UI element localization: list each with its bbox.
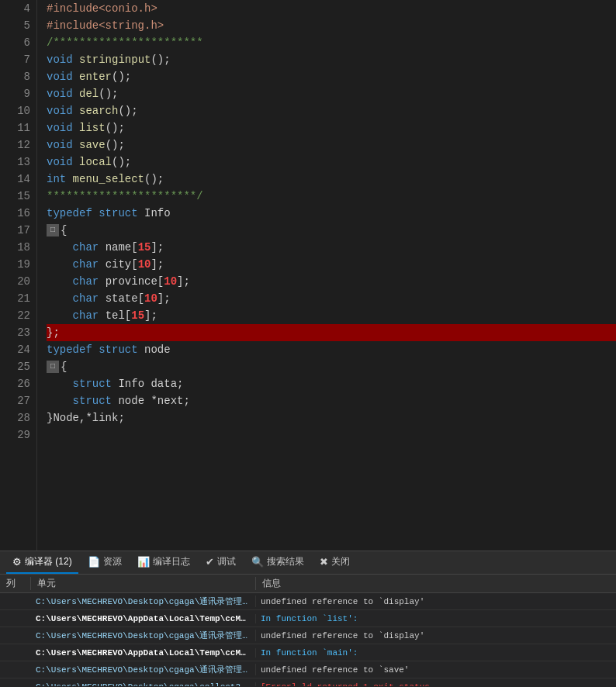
code-line: char tel[15]; [47, 307, 616, 324]
error-info-text: [Error] ld returned 1 exit status [261, 682, 430, 687]
line-number: 15 [9, 188, 30, 205]
panel-tab-icon: 📄 [88, 556, 100, 568]
code-token: province [106, 275, 157, 288]
code-token: ]; [177, 275, 190, 288]
code-token: struct [99, 344, 144, 356]
error-col-info: In function `list': [256, 614, 616, 623]
col-header-unit: 单元 [31, 577, 256, 590]
code-line: struct Info data; [47, 375, 616, 392]
code-token: [ [131, 258, 137, 271]
code-token: void [47, 54, 79, 66]
code-line: □{ [47, 222, 616, 239]
error-row[interactable]: C:\Users\MECHREVO\Desktop\cgaga\通讯录管理程序.… [0, 593, 616, 610]
code-token: 10 [144, 292, 157, 305]
code-line: char name[15]; [47, 239, 616, 256]
code-line: char city[10]; [47, 256, 616, 273]
error-col-info: undefined reference to `display' [256, 631, 616, 640]
code-token: void [47, 71, 79, 83]
code-token: struct [47, 395, 118, 407]
code-token: list [79, 122, 106, 134]
line-number: 23 [9, 324, 30, 341]
code-line: ***********************/ [47, 188, 616, 205]
code-token: struct [99, 207, 144, 219]
error-row[interactable]: C:\Users\MECHREVO\Desktop\cgaga\通讯录管理程序.… [0, 661, 616, 678]
code-container: 4567891011121314151617181920212223242526… [0, 0, 616, 551]
code-token: (); [99, 88, 118, 100]
line-number: 6 [9, 34, 30, 51]
code-token: (); [144, 173, 164, 185]
code-token: del [79, 88, 99, 100]
line-number: 8 [9, 68, 30, 85]
line-number: 25 [9, 358, 30, 375]
code-token: char [47, 309, 106, 322]
error-row[interactable]: C:\Users\MECHREVO\Desktop\cgaga\通讯录管理程序.… [0, 627, 616, 644]
error-row[interactable]: C:\Users\MECHREVO\AppData\Local\Temp\ccM… [0, 610, 616, 627]
line-number: 24 [9, 341, 30, 358]
panel-tab[interactable]: ✖关闭 [313, 552, 356, 574]
code-token: (); [112, 71, 131, 83]
line-number: 9 [9, 85, 30, 102]
error-info-text: undefined reference to `display' [261, 631, 424, 640]
line-number: 10 [9, 102, 30, 119]
line-number: 16 [9, 205, 30, 222]
code-line: }; [47, 324, 616, 341]
editor-area: 4567891011121314151617181920212223242526… [0, 0, 616, 551]
panel-tab[interactable]: ⚙编译器 (12) [6, 552, 78, 574]
code-line: #include<conio.h> [47, 0, 616, 17]
error-info-text: undefined reference to `display' [261, 597, 424, 606]
error-row[interactable]: C:\Users\MECHREVO\Desktop\cgaga\collect2… [0, 678, 616, 686]
code-token: [ [157, 275, 164, 288]
code-line: int menu_select(); [47, 171, 616, 188]
code-token: void [47, 139, 79, 151]
code-line: #include<string.h> [47, 17, 616, 34]
panel-tab[interactable]: 📊编译日志 [131, 552, 196, 574]
error-col-info: undefined reference to `save' [256, 665, 616, 675]
code-token: }Node,*link; [47, 412, 125, 424]
code-token: city [106, 258, 132, 271]
panel-tab-label: 编译日志 [153, 555, 190, 568]
code-token: #include<string.h> [47, 19, 164, 32]
panel-tab-icon: ⚙ [12, 556, 22, 568]
code-token: void [47, 156, 79, 168]
code-token: { [61, 361, 67, 373]
code-line: void del(); [47, 85, 616, 102]
line-numbers: 4567891011121314151617181920212223242526… [0, 0, 37, 551]
code-token: #include<conio.h> [47, 2, 157, 15]
error-rows: C:\Users\MECHREVO\Desktop\cgaga\通讯录管理程序.… [0, 593, 616, 686]
code-token: [ [138, 292, 144, 305]
fold-marker[interactable]: □ [47, 224, 59, 236]
code-line: struct node *next; [47, 392, 616, 409]
panel-tab-label: 调试 [217, 555, 236, 568]
panel-tab[interactable]: 🔍搜索结果 [245, 552, 310, 574]
code-token: menu_select [73, 173, 144, 185]
line-number: 5 [9, 17, 30, 34]
code-token: ]; [151, 258, 164, 271]
code-token: 10 [138, 258, 151, 271]
code-token: (); [106, 139, 125, 151]
line-number: 28 [9, 409, 30, 426]
code-token: Info data [118, 378, 177, 390]
code-lines[interactable]: #include<conio.h>#include<string.h>/****… [37, 0, 616, 551]
code-token: /*********************** [47, 36, 203, 49]
line-number: 4 [9, 0, 30, 17]
panel-tab[interactable]: 📄资源 [81, 552, 128, 574]
error-col-unit: C:\Users\MECHREVO\Desktop\cgaga\通讯录管理程序.… [31, 664, 256, 675]
line-number: 22 [9, 307, 30, 324]
code-token: }; [47, 326, 60, 339]
code-token: *next [151, 395, 183, 407]
code-token: void [47, 105, 79, 117]
line-number: 21 [9, 290, 30, 307]
panel-tab[interactable]: ✔调试 [199, 552, 242, 574]
error-col-info: undefined reference to `display' [256, 597, 616, 606]
error-col-unit: C:\Users\MECHREVO\AppData\Local\Temp\ccM… [31, 614, 256, 623]
error-row[interactable]: C:\Users\MECHREVO\AppData\Local\Temp\ccM… [0, 644, 616, 661]
code-token: struct [47, 378, 118, 390]
code-token: ]; [144, 309, 157, 322]
fold-marker[interactable]: □ [47, 361, 59, 373]
code-token: enter [79, 71, 112, 83]
code-line: □{ [47, 358, 616, 375]
code-line: }Node,*link; [47, 409, 616, 426]
code-token: search [79, 105, 118, 117]
code-token: (); [151, 54, 170, 66]
code-token: ]; [151, 241, 164, 254]
